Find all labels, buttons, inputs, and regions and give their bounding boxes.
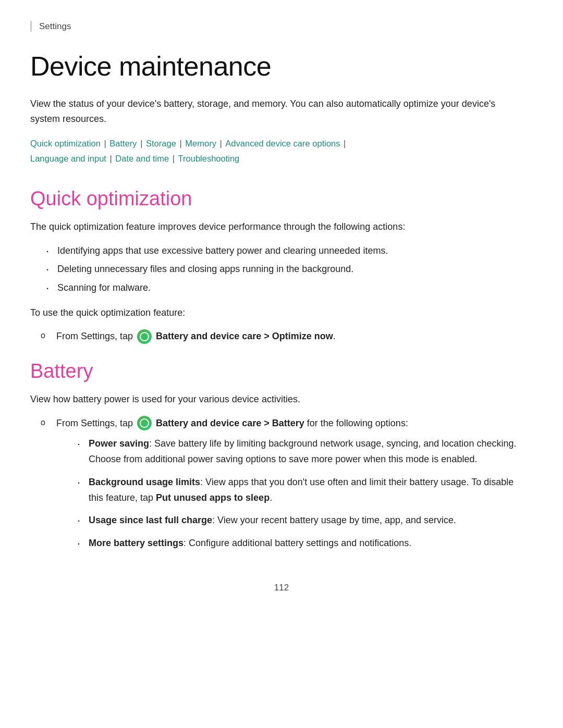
option-text: : Configure additional battery settings … [183,538,411,548]
quick-optimization-section: Quick optimization The quick optimizatio… [30,188,533,344]
nav-link-battery[interactable]: Battery [109,139,137,148]
step-intro-text: To use the quick optimization feature: [30,305,531,321]
page-title: Device maintenance [30,51,533,82]
battery-settings-icon [137,416,152,430]
bullet-item: Deleting unnecessary files and closing a… [46,262,531,277]
nav-link-memory[interactable]: Memory [185,139,216,148]
option-text: : Save battery life by limiting backgrou… [89,438,516,464]
battery-options-list: Power saving: Save battery life by limit… [77,436,531,551]
quick-optimization-intro: The quick optimization feature improves … [30,219,531,235]
nav-link-date[interactable]: Date and time [115,154,169,163]
page-intro: View the status of your device's battery… [30,96,520,127]
option-label: Power saving [89,438,149,449]
battery-steps: From Settings, tap Battery and device ca… [41,416,533,551]
battery-step-bold: Battery and device care > Battery [156,418,304,428]
nav-link-storage[interactable]: Storage [146,139,176,148]
settings-icon [137,329,152,344]
nav-link-quick-optimization[interactable]: Quick optimization [30,139,101,148]
nav-link-troubleshooting[interactable]: Troubleshooting [178,154,240,163]
step-bold-text: Battery and device care > Optimize now [156,331,333,341]
battery-step-prefix: From Settings, tap [56,418,133,428]
page-number: 112 [30,583,533,593]
quick-optimization-bullets: Identifying apps that use excessive batt… [46,243,533,296]
quick-optimization-steps: From Settings, tap Battery and device ca… [41,329,533,344]
step-prefix: From Settings, tap [56,331,133,341]
battery-option-background-limits: Background usage limits: View apps that … [77,475,531,505]
option-label: Usage since last full charge [89,515,212,525]
battery-option-usage-charge: Usage since last full charge: View your … [77,513,531,528]
nav-links: Quick optimization | Battery | Storage |… [30,136,533,167]
battery-section: Battery View how battery power is used f… [30,360,533,551]
breadcrumb-label: Settings [39,21,71,31]
nav-link-advanced[interactable]: Advanced device care options [225,139,340,148]
quick-optimization-title: Quick optimization [30,188,533,210]
option-bold2: Put unused apps to sleep [156,492,270,503]
battery-step-item: From Settings, tap Battery and device ca… [41,416,531,551]
bullet-item: Scanning for malware. [46,280,531,296]
nav-link-language[interactable]: Language and input [30,154,106,163]
battery-option-more-settings: More battery settings: Configure additio… [77,536,531,551]
bullet-item: Identifying apps that use excessive batt… [46,243,531,259]
option-label: More battery settings [89,538,183,548]
battery-title: Battery [30,360,533,382]
battery-option-power-saving: Power saving: Save battery life by limit… [77,436,531,467]
battery-intro: View how battery power is used for your … [30,392,531,408]
breadcrumb: Settings [30,21,533,32]
step-item: From Settings, tap Battery and device ca… [41,329,531,344]
option-label: Background usage limits [89,477,200,487]
option-text: : View your recent battery usage by time… [212,515,456,525]
